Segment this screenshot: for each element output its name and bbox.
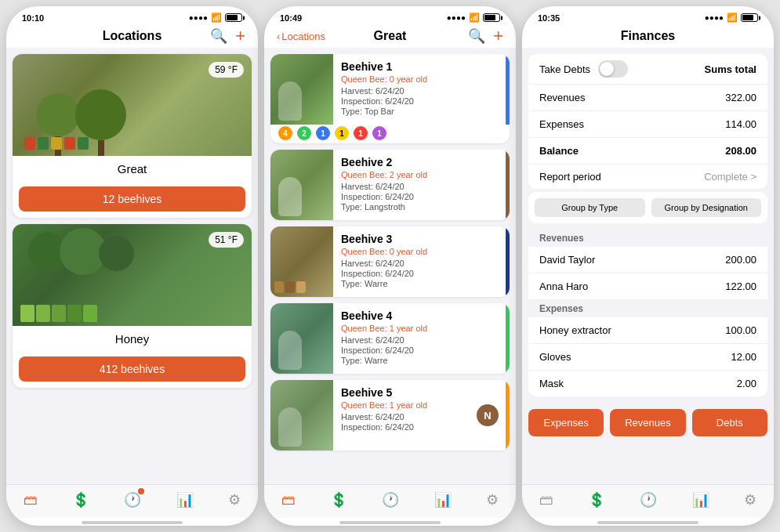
status-indicator-4 bbox=[506, 303, 510, 374]
list-item[interactable]: 59 °F Great 12 beehives bbox=[13, 54, 252, 218]
status-icons-2: ●●●● 📶 bbox=[447, 13, 500, 23]
type-3: Type: Warre bbox=[341, 279, 502, 288]
beehive-name-1: Beehive 1 bbox=[341, 60, 502, 73]
notification-dots-1: 4 2 1 1 1 1 bbox=[270, 125, 510, 143]
type-1: Type: Top Bar bbox=[341, 107, 502, 116]
list-item[interactable]: Beehive 4 Queen Bee: 1 year old Harvest:… bbox=[270, 303, 510, 374]
revenue-value-anna: 122.00 bbox=[725, 280, 756, 292]
location-info-great: Great bbox=[13, 156, 252, 186]
expenses-row: Expenses 114.00 bbox=[528, 111, 767, 138]
tab-charts-3[interactable]: 📊 bbox=[692, 491, 709, 508]
inspection-2: Inspection: 6/24/20 bbox=[341, 192, 502, 201]
tab-bar-1: 🗃 💲 🕐 📊 ⚙ bbox=[6, 484, 258, 518]
expense-value-gloves: 12.00 bbox=[731, 351, 756, 363]
battery-icon-1 bbox=[225, 13, 242, 22]
location-name-honey: Honey bbox=[22, 332, 242, 346]
tab-charts-1[interactable]: 📊 bbox=[176, 491, 194, 508]
tab-hive-list[interactable]: 🗃 bbox=[281, 492, 296, 508]
locations-tab-icon: 🗃 bbox=[24, 492, 38, 508]
list-item[interactable]: Beehive 2 Queen Bee: 2 year old Harvest:… bbox=[270, 150, 510, 220]
signal-icon-1: ●●●● bbox=[189, 13, 208, 22]
status-time-3: 10:35 bbox=[538, 13, 560, 23]
finance-action-buttons: Expenses Revenues Debts bbox=[522, 403, 774, 443]
add-location-button[interactable]: + bbox=[235, 26, 245, 46]
expenses-button[interactable]: Expenses bbox=[528, 409, 604, 436]
list-item[interactable]: Beehive 3 Queen Bee: 0 year old Harvest:… bbox=[270, 226, 510, 297]
page-title-3: Finances bbox=[621, 29, 675, 43]
tab-hive-list-3[interactable]: 🗃 bbox=[539, 492, 553, 508]
expense-label-mask: Mask bbox=[539, 378, 564, 389]
battery-icon-2 bbox=[483, 13, 500, 22]
take-debts-toggle[interactable] bbox=[598, 60, 628, 78]
tab-finances-1[interactable]: 💲 bbox=[72, 491, 89, 508]
revenue-item-david: David Taylor 200.00 bbox=[528, 247, 767, 273]
queen-info-2: Queen Bee: 2 year old bbox=[341, 170, 502, 179]
queen-info-1: Queen Bee: 0 year old bbox=[341, 74, 502, 84]
dot-purple: 1 bbox=[372, 126, 386, 140]
summary-section: Take Debts Sums total Revenues 322.00 Ex… bbox=[528, 54, 767, 189]
tab-history-3[interactable]: 🕐 bbox=[640, 491, 657, 508]
status-icons-1: ●●●● 📶 bbox=[189, 13, 242, 23]
hive-list-tab-icon-3: 🗃 bbox=[539, 492, 553, 508]
tab-history-1[interactable]: 🕐 bbox=[124, 491, 141, 508]
settings-tab-icon-3: ⚙ bbox=[744, 491, 756, 508]
dot-red: 1 bbox=[354, 126, 368, 140]
expenses-value: 114.00 bbox=[725, 118, 756, 130]
list-item[interactable]: 51 °F Honey 412 beehives bbox=[13, 224, 252, 388]
search-icon-1[interactable]: 🔍 bbox=[210, 27, 227, 45]
take-debts-row: Take Debts Sums total bbox=[528, 54, 767, 85]
dot-orange: 4 bbox=[278, 126, 292, 140]
tab-finances-2[interactable]: 💲 bbox=[330, 491, 347, 508]
status-indicator-1 bbox=[506, 54, 510, 125]
group-by-type-button[interactable]: Group by Type bbox=[535, 198, 645, 217]
list-item[interactable]: Beehive 5 Queen Bee: 1 year old Harvest:… bbox=[270, 380, 510, 451]
beehive-details-3: Beehive 3 Queen Bee: 0 year old Harvest:… bbox=[333, 226, 510, 297]
charts-tab-icon-2: 📊 bbox=[434, 491, 452, 508]
tab-finances-3[interactable]: 💲 bbox=[588, 491, 605, 508]
type-4: Type: Warre bbox=[341, 356, 502, 365]
beehive-name-5: Beehive 5 bbox=[341, 386, 502, 399]
wifi-icon-3: 📶 bbox=[727, 13, 738, 23]
finances-tab-icon-3: 💲 bbox=[588, 491, 605, 508]
home-indicator-3 bbox=[597, 521, 698, 524]
search-icon-2[interactable]: 🔍 bbox=[468, 27, 485, 45]
hive-count-honey[interactable]: 412 beehives bbox=[19, 356, 245, 382]
group-by-designation-button[interactable]: Group by Designation bbox=[651, 198, 762, 217]
locations-list: 59 °F Great 12 beehives bbox=[6, 48, 258, 484]
expense-value-extractor: 100.00 bbox=[725, 324, 756, 336]
history-tab-icon-3: 🕐 bbox=[640, 491, 657, 508]
tab-bar-2: 🗃 💲 🕐 📊 ⚙ bbox=[264, 484, 516, 518]
revenue-label-david: David Taylor bbox=[539, 254, 595, 266]
signal-icon-2: ●●●● bbox=[447, 13, 466, 22]
report-period-row: Report period Complete > bbox=[528, 165, 767, 189]
location-name-great: Great bbox=[22, 162, 242, 176]
hive-list-tab-icon: 🗃 bbox=[281, 492, 296, 508]
expenses-section-header: Expenses bbox=[528, 300, 767, 317]
beehive-details-2: Beehive 2 Queen Bee: 2 year old Harvest:… bbox=[333, 150, 510, 220]
status-indicator-5 bbox=[506, 380, 510, 451]
tab-history-2[interactable]: 🕐 bbox=[382, 491, 399, 508]
tab-settings-1[interactable]: ⚙ bbox=[228, 491, 241, 508]
back-button[interactable]: ‹ Locations bbox=[277, 31, 325, 42]
location-image-honey: 51 °F bbox=[13, 224, 252, 326]
debts-button[interactable]: Debts bbox=[692, 409, 767, 436]
tab-settings-2[interactable]: ⚙ bbox=[486, 491, 499, 508]
home-indicator-2 bbox=[339, 521, 440, 524]
history-tab-icon-2: 🕐 bbox=[382, 491, 399, 508]
complete-button[interactable]: Complete > bbox=[704, 171, 756, 183]
status-time-1: 10:10 bbox=[22, 13, 44, 23]
beehive-thumb-3 bbox=[270, 226, 333, 297]
add-beehive-button[interactable]: + bbox=[493, 26, 503, 46]
finances-scroll: Take Debts Sums total Revenues 322.00 Ex… bbox=[522, 48, 774, 484]
tab-locations[interactable]: 🗃 bbox=[24, 492, 38, 508]
queen-info-4: Queen Bee: 1 year old bbox=[341, 324, 502, 333]
nav-actions-2: 🔍 + bbox=[468, 26, 503, 46]
status-indicator-3 bbox=[506, 226, 510, 297]
revenue-item-anna: Anna Haro 122.00 bbox=[528, 273, 767, 300]
tab-settings-3[interactable]: ⚙ bbox=[744, 491, 756, 508]
status-indicator-2 bbox=[506, 150, 510, 220]
revenues-button[interactable]: Revenues bbox=[610, 409, 685, 436]
tab-charts-2[interactable]: 📊 bbox=[434, 491, 452, 508]
list-item[interactable]: Beehive 1 Queen Bee: 0 year old Harvest:… bbox=[270, 54, 510, 143]
hive-count-great[interactable]: 12 beehives bbox=[19, 186, 245, 212]
